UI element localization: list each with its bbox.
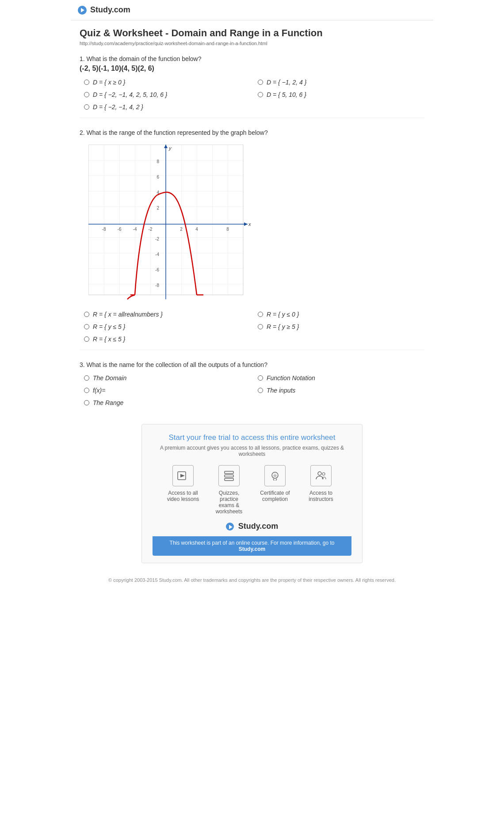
page-title: Quiz & Worksheet - Domain and Range in a…	[80, 27, 424, 39]
svg-text:x: x	[248, 221, 251, 227]
question-1: 1. What is the domain of the function be…	[80, 55, 424, 118]
graph-container: y x 8 6 4 2 -2 -4 -6 -8 -8 -6 -4 -2 2 4 …	[80, 145, 424, 304]
option-q1b[interactable]: D = { −1, 2, 4 }	[258, 79, 424, 86]
radio-q1d[interactable]	[258, 92, 263, 97]
option-q2a-text: R = { x = allrealnumbers }	[93, 311, 163, 318]
option-q2d[interactable]: R = { y ≥ 5 }	[258, 323, 424, 330]
svg-marker-24	[180, 474, 185, 477]
svg-rect-25	[225, 471, 233, 473]
cert-label: Certificate ofcompletion	[260, 490, 290, 502]
cta-title: Start your free trial to access this ent…	[153, 433, 351, 442]
info-bar-text: This worksheet is part of an online cour…	[170, 540, 335, 552]
option-q1a-text: D = { x ≥ 0 }	[93, 79, 125, 86]
option-q2a[interactable]: R = { x = allrealnumbers }	[84, 311, 251, 318]
page-header: Study.com	[71, 0, 433, 20]
option-q3e[interactable]: The Range	[84, 399, 251, 406]
radio-q1c[interactable]	[84, 92, 89, 97]
cta-feature-instructors: Access toinstructors	[303, 465, 339, 515]
video-label: Access to allvideo lessons	[167, 490, 199, 502]
svg-text:8: 8	[226, 227, 229, 232]
option-q3d[interactable]: The inputs	[258, 387, 424, 394]
radio-q3e[interactable]	[84, 400, 89, 405]
radio-q1a[interactable]	[84, 80, 89, 85]
radio-q2a[interactable]	[84, 312, 89, 317]
function-graph: y x 8 6 4 2 -2 -4 -6 -8 -8 -6 -4 -2 2 4 …	[88, 145, 256, 304]
cta-feature-cert: Certificate ofcompletion	[257, 465, 293, 515]
option-q2e[interactable]: R = { x ≤ 5 }	[84, 336, 251, 343]
option-q2e-text: R = { x ≤ 5 }	[93, 336, 125, 343]
option-q3c-text: f(x)=	[93, 387, 105, 394]
svg-text:-4: -4	[155, 252, 159, 257]
svg-text:-8: -8	[102, 227, 106, 232]
logo-play-icon	[78, 6, 87, 15]
svg-marker-29	[273, 473, 278, 478]
quizzes-icon	[218, 465, 240, 486]
question-1-text: 1. What is the domain of the function be…	[80, 55, 424, 73]
option-q1e-text: D = { −2, −1, 4, 2 }	[93, 103, 143, 111]
radio-q3a[interactable]	[84, 375, 89, 381]
svg-text:-2: -2	[149, 227, 153, 232]
page-url: http://study.com/academy/practice/quiz-w…	[80, 41, 424, 46]
option-q1b-text: D = { −1, 2, 4 }	[267, 79, 306, 86]
svg-line-30	[273, 479, 274, 481]
radio-q3d[interactable]	[258, 388, 263, 393]
svg-point-32	[318, 472, 321, 475]
main-content: Quiz & Worksheet - Domain and Range in a…	[71, 20, 433, 595]
cta-feature-quizzes: Quizzes, practiceexams & worksheets	[211, 465, 247, 515]
video-icon	[172, 465, 194, 486]
option-q2c-text: R = { y ≤ 5 }	[93, 323, 125, 330]
option-q3a[interactable]: The Domain	[84, 374, 251, 382]
svg-text:-2: -2	[155, 237, 159, 241]
svg-rect-27	[225, 478, 233, 481]
cta-feature-video: Access to allvideo lessons	[165, 465, 201, 515]
instructors-icon	[310, 465, 332, 486]
quizzes-label: Quizzes, practiceexams & worksheets	[211, 490, 247, 515]
cta-box: Start your free trial to access this ent…	[141, 424, 363, 563]
svg-text:-4: -4	[133, 227, 137, 232]
cert-icon	[264, 465, 286, 486]
cta-logo-text: Study.com	[238, 522, 279, 531]
svg-rect-26	[225, 475, 233, 477]
cta-subtitle: A premium account gives you access to al…	[153, 445, 351, 457]
radio-q1b[interactable]	[258, 80, 263, 85]
question-2-options: R = { x = allrealnumbers } R = { y ≤ 0 }…	[80, 311, 424, 343]
info-bar-link[interactable]: Study.com	[239, 546, 265, 552]
option-q2b[interactable]: R = { y ≤ 0 }	[258, 311, 424, 318]
svg-text:4: 4	[195, 227, 198, 232]
option-q3d-text: The inputs	[267, 387, 295, 394]
option-q2b-text: R = { y ≤ 0 }	[267, 311, 299, 318]
option-q1c[interactable]: D = { −2, −1, 4, 2, 5, 10, 6 }	[84, 91, 251, 98]
option-q1e[interactable]: D = { −2, −1, 4, 2 }	[84, 103, 251, 111]
svg-text:2: 2	[157, 206, 159, 210]
cta-logo: Study.com	[153, 522, 351, 531]
info-bar: This worksheet is part of an online cour…	[153, 536, 351, 556]
radio-q3b[interactable]	[258, 375, 263, 381]
logo-text: Study.com	[90, 5, 130, 15]
option-q3c[interactable]: f(x)=	[84, 387, 251, 394]
radio-q2b[interactable]	[258, 312, 263, 317]
svg-point-33	[322, 473, 325, 475]
question-1-function: (-2, 5)(-1, 10)(4, 5)(2, 6)	[80, 65, 154, 72]
option-q3b[interactable]: Function Notation	[258, 374, 424, 382]
radio-q2e[interactable]	[84, 336, 89, 342]
option-q2c[interactable]: R = { y ≤ 5 }	[84, 323, 251, 330]
cta-features: Access to allvideo lessons Quizzes, prac…	[153, 465, 351, 515]
svg-text:-8: -8	[155, 283, 159, 288]
question-2-text: 2. What is the range of the function rep…	[80, 129, 424, 137]
question-2: 2. What is the range of the function rep…	[80, 129, 424, 350]
site-logo[interactable]: Study.com	[78, 5, 426, 15]
option-q1d[interactable]: D = { 5, 10, 6 }	[258, 91, 424, 98]
question-3-options: The Domain Function Notation f(x)= The i…	[80, 374, 424, 406]
radio-q3c[interactable]	[84, 388, 89, 393]
svg-text:-6: -6	[118, 227, 122, 232]
option-q3b-text: Function Notation	[267, 374, 315, 382]
svg-text:2: 2	[180, 227, 183, 232]
radio-q2c[interactable]	[84, 324, 89, 329]
option-q1c-text: D = { −2, −1, 4, 2, 5, 10, 6 }	[93, 91, 168, 98]
radio-q2d[interactable]	[258, 324, 263, 329]
option-q1a[interactable]: D = { x ≥ 0 }	[84, 79, 251, 86]
footer-text: © copyright 2003-2015 Study.com. All oth…	[108, 577, 396, 583]
question-1-options: D = { x ≥ 0 } D = { −1, 2, 4 } D = { −2,…	[80, 79, 424, 111]
footer: © copyright 2003-2015 Study.com. All oth…	[80, 572, 424, 588]
radio-q1e[interactable]	[84, 104, 89, 110]
